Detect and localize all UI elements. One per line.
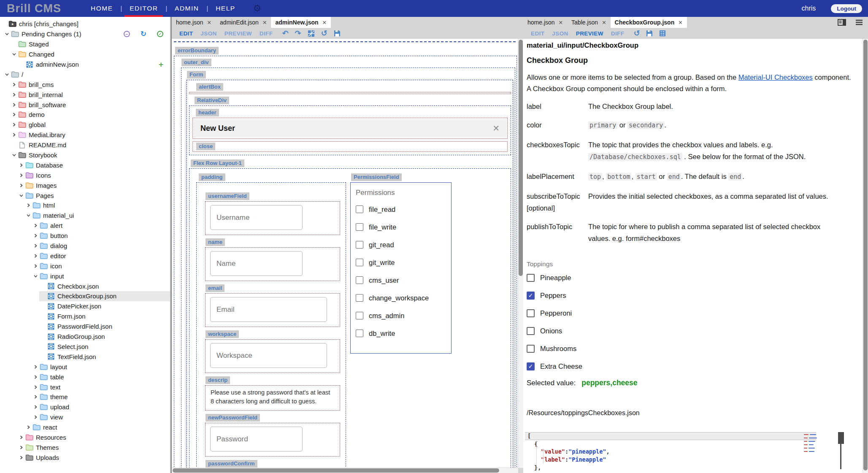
save-icon[interactable] xyxy=(646,30,653,37)
topping-pepperoni[interactable]: Pepperoni xyxy=(527,304,859,322)
chevron-right-icon[interactable] xyxy=(32,385,39,389)
topping-mushrooms[interactable]: Mushrooms xyxy=(527,340,859,357)
tree-item-pending-changes-1-[interactable]: Pending Changes (1)−↻✓ xyxy=(0,29,170,39)
checkbox-item-cms_user[interactable]: cms_user xyxy=(356,271,451,289)
chevron-right-icon[interactable] xyxy=(32,264,39,268)
commit-check-icon[interactable]: ✓ xyxy=(157,31,163,37)
tab-checkboxgroup-json[interactable]: CheckboxGroup.json✕ xyxy=(611,17,687,28)
tab-close-icon[interactable]: ✕ xyxy=(602,19,606,26)
menu-icon[interactable] xyxy=(855,19,863,25)
mode-diff[interactable]: DIFF xyxy=(611,30,625,37)
json-code-editor[interactable]: [{"value": "pineapple","label": "Pineapp… xyxy=(525,432,850,471)
tree-item-icons[interactable]: Icons xyxy=(0,170,170,180)
checkbox-unchecked[interactable] xyxy=(527,274,535,282)
chevron-down-icon[interactable] xyxy=(3,32,11,36)
checkbox-item-file_read[interactable]: file_read xyxy=(356,200,451,218)
tree-item-brill-internal[interactable]: brill_internal xyxy=(0,89,170,100)
chevron-right-icon[interactable] xyxy=(11,122,18,127)
chevron-right-icon[interactable] xyxy=(18,435,25,440)
scroll-thumb[interactable] xyxy=(519,40,523,276)
chevron-right-icon[interactable] xyxy=(32,375,39,379)
chevron-down-icon[interactable] xyxy=(11,52,18,57)
nav-item-admin[interactable]: ADMIN xyxy=(171,0,202,17)
mode-json[interactable]: JSON xyxy=(200,30,216,37)
tab-home-json[interactable]: home.json✕ xyxy=(523,17,567,28)
chevron-right-icon[interactable] xyxy=(32,254,39,258)
checkbox-checked[interactable]: ✓ xyxy=(527,292,535,300)
checkbox-unchecked[interactable] xyxy=(356,276,363,284)
tree-item-medialibrary[interactable]: MediaLibrary xyxy=(0,130,170,140)
input-name[interactable] xyxy=(210,251,303,276)
tree-item-radiogroup-json[interactable]: RadioGroup.json xyxy=(0,332,170,342)
tree-item-icon[interactable]: icon xyxy=(0,261,170,271)
tree-item-upload[interactable]: upload xyxy=(0,402,170,412)
checkbox-unchecked[interactable] xyxy=(527,327,535,335)
chevron-right-icon[interactable] xyxy=(11,132,18,137)
tree-item-form-json[interactable]: Form.json xyxy=(0,311,170,322)
scroll-thumb[interactable] xyxy=(863,40,868,470)
tree-item-table[interactable]: table xyxy=(0,372,170,382)
tree-item-changed[interactable]: Changed xyxy=(0,49,170,59)
mode-json[interactable]: JSON xyxy=(552,30,568,37)
code-scrollbar[interactable] xyxy=(838,432,844,470)
checkbox-unchecked[interactable] xyxy=(356,259,363,266)
editor-vertical-scrollbar[interactable] xyxy=(518,39,523,468)
tree-item-brill-cms[interactable]: brill_cms xyxy=(0,79,170,89)
chevron-right-icon[interactable] xyxy=(32,223,39,228)
tree-item-editor[interactable]: editor xyxy=(0,251,170,261)
tree-item-resources[interactable]: Resources xyxy=(0,432,170,443)
tree-item-readme-md[interactable]: README.md xyxy=(0,140,170,150)
chevron-down-icon[interactable] xyxy=(11,153,18,157)
scroll-thumb[interactable] xyxy=(838,432,844,444)
tree-item-themes[interactable]: Themes xyxy=(0,442,170,452)
tree-item-datepicker-json[interactable]: DatePicker.json xyxy=(0,301,170,311)
tab-close-icon[interactable]: ✕ xyxy=(678,19,682,26)
tab-close-icon[interactable]: ✕ xyxy=(262,19,267,26)
preview-vertical-scrollbar[interactable] xyxy=(863,39,868,473)
checkbox-unchecked[interactable] xyxy=(356,241,363,249)
tree-item-textfield-json[interactable]: TextField.json xyxy=(0,351,170,362)
tab-close-icon[interactable]: ✕ xyxy=(322,19,327,26)
tree-item-images[interactable]: Images xyxy=(0,180,170,190)
add-icon[interactable]: + xyxy=(159,60,163,69)
form-view-icon[interactable] xyxy=(659,30,666,37)
checkbox-unchecked[interactable] xyxy=(356,330,363,337)
tree-item-passwordfield-json[interactable]: PasswordField.json xyxy=(0,322,170,332)
tree-item-storybook[interactable]: Storybook xyxy=(0,150,170,160)
tab-adminnew-json[interactable]: adminNew.json✕ xyxy=(271,17,331,28)
chevron-right-icon[interactable] xyxy=(18,183,25,188)
chevron-right-icon[interactable] xyxy=(32,243,39,248)
nav-item-home[interactable]: HOME xyxy=(87,0,116,17)
checkbox-unchecked[interactable] xyxy=(356,205,363,213)
logout-button[interactable]: Logout xyxy=(831,4,862,13)
refresh-icon[interactable]: ↻ xyxy=(141,30,146,38)
input-email[interactable] xyxy=(210,297,327,322)
mode-preview[interactable]: PREVIEW xyxy=(576,30,603,37)
chevron-down-icon[interactable] xyxy=(25,213,32,218)
tree-item-layout[interactable]: layout xyxy=(0,362,170,372)
tree-item-button[interactable]: button xyxy=(0,231,170,241)
save-icon[interactable] xyxy=(334,30,341,37)
chevron-right-icon[interactable] xyxy=(11,82,18,87)
checkbox-item-git_read[interactable]: git_read xyxy=(356,236,451,254)
chevron-right-icon[interactable] xyxy=(25,425,32,430)
checkbox-checked[interactable]: ✓ xyxy=(527,362,535,370)
chevron-right-icon[interactable] xyxy=(18,163,25,168)
checkbox-unchecked[interactable] xyxy=(356,312,363,319)
tree-item-global[interactable]: global xyxy=(0,120,170,130)
checkbox-unchecked[interactable] xyxy=(527,309,535,317)
checkbox-item-git_write[interactable]: git_write xyxy=(356,254,451,271)
tree-item-brill-software[interactable]: brill_software xyxy=(0,100,170,110)
chevron-right-icon[interactable] xyxy=(32,395,39,399)
borders-toggle-icon[interactable] xyxy=(308,30,315,37)
tree-item-uploads[interactable]: Uploads xyxy=(0,452,170,462)
tree-item-checkbox-json[interactable]: Checkbox.json xyxy=(0,281,170,291)
scroll-thumb[interactable] xyxy=(173,468,499,473)
checkbox-unchecked[interactable] xyxy=(527,345,535,353)
mode-diff[interactable]: DIFF xyxy=(260,30,273,37)
tree-item-material-ui[interactable]: material_ui xyxy=(0,211,170,221)
topping-peppers[interactable]: ✓Peppers xyxy=(527,287,859,304)
tab-table-json[interactable]: Table.json✕ xyxy=(567,17,611,28)
history-icon[interactable]: ↺ xyxy=(633,30,640,37)
tab-home-json[interactable]: home.json✕ xyxy=(172,17,216,28)
